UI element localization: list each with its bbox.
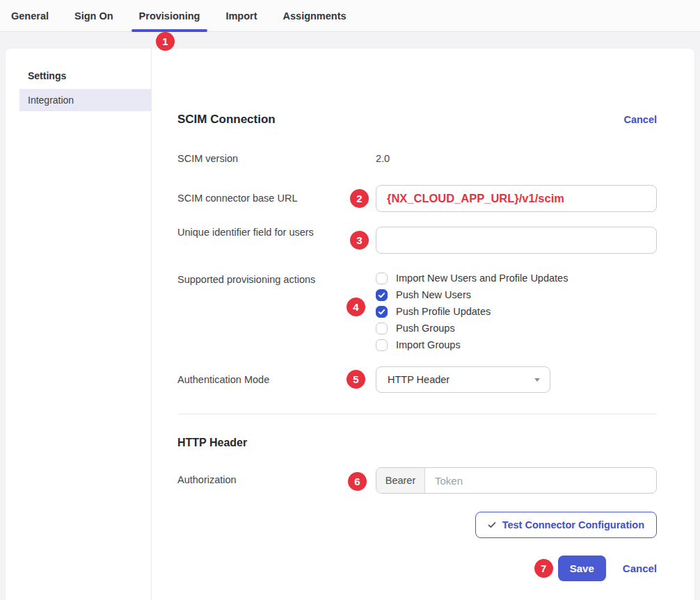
http-header-section-title: HTTP Header <box>177 437 657 449</box>
authorization-input-group: Bearer <box>376 467 657 494</box>
checkbox-import-new-users[interactable]: Import New Users and Profile Updates <box>376 273 657 284</box>
test-connector-label: Test Connector Configuration <box>502 519 644 530</box>
save-button[interactable]: Save <box>558 556 606 581</box>
unique-id-row: Unique identifier field for users 3 <box>177 227 657 254</box>
scim-connection-panel: SCIM Connection Cancel SCIM version 2.0 … <box>152 49 694 600</box>
checkbox-label: Import New Users and Profile Updates <box>396 273 568 284</box>
cancel-link-top[interactable]: Cancel <box>623 114 657 125</box>
checkbox-label: Push New Users <box>396 289 471 301</box>
step-badge-1: 1 <box>156 32 175 51</box>
test-connector-row: Test Connector Configuration <box>177 512 657 538</box>
provisioning-card: Settings Integration SCIM Connection Can… <box>6 49 694 600</box>
cancel-link-bottom[interactable]: Cancel <box>623 562 657 574</box>
checkbox-box[interactable] <box>376 289 388 301</box>
checkbox-box[interactable] <box>376 306 388 318</box>
sidebar-item-integration[interactable]: Integration <box>19 89 151 111</box>
step-badge-3: 3 <box>350 231 369 250</box>
unique-id-input[interactable] <box>376 227 657 254</box>
auth-mode-select[interactable]: HTTP Header <box>376 366 550 393</box>
test-connector-button[interactable]: Test Connector Configuration <box>475 512 657 538</box>
tab-general[interactable]: General <box>11 0 49 31</box>
tab-import[interactable]: Import <box>225 0 257 31</box>
authorization-row: Authorization 6 Bearer <box>177 467 657 494</box>
auth-mode-row: Authentication Mode 5 HTTP Header <box>177 366 657 393</box>
token-input[interactable] <box>425 468 656 493</box>
step-badge-4: 4 <box>347 298 365 316</box>
check-icon <box>488 521 496 529</box>
checkbox-label: Push Groups <box>396 323 455 334</box>
chevron-down-icon <box>534 378 540 382</box>
checkbox-push-groups[interactable]: Push Groups <box>376 323 657 334</box>
checkbox-label: Push Profile Updates <box>396 306 491 318</box>
app-tab-bar: General Sign On Provisioning Import Assi… <box>0 0 700 32</box>
checkbox-push-new-users[interactable]: Push New Users <box>376 289 657 301</box>
step-badge-2: 2 <box>350 189 369 208</box>
tab-sign-on[interactable]: Sign On <box>74 0 113 31</box>
provisioning-actions-row: Supported provisioning actions 4 Import … <box>177 273 657 351</box>
base-url-row: SCIM connector base URL 2 <box>177 185 657 212</box>
checkbox-import-groups[interactable]: Import Groups <box>376 339 657 351</box>
checkbox-box[interactable] <box>376 323 388 334</box>
unique-id-label: Unique identifier field for users <box>177 227 376 238</box>
step-badge-6: 6 <box>348 472 367 491</box>
checkbox-box[interactable] <box>376 339 388 351</box>
page-title: SCIM Connection <box>177 113 276 127</box>
step-badge-5: 5 <box>347 370 365 389</box>
tab-provisioning[interactable]: Provisioning <box>139 0 200 31</box>
base-url-input[interactable] <box>376 185 657 212</box>
scim-version-row: SCIM version 2.0 <box>177 153 657 164</box>
check-icon <box>378 308 385 316</box>
step-badge-7: 7 <box>534 559 553 578</box>
checkbox-box[interactable] <box>376 273 388 284</box>
auth-mode-selected-value: HTTP Header <box>388 374 450 385</box>
base-url-label: SCIM connector base URL <box>177 185 376 204</box>
checkbox-label: Import Groups <box>396 339 461 351</box>
scim-version-value: 2.0 <box>376 153 657 164</box>
sidebar-item-label: Integration <box>28 95 74 106</box>
scim-version-label: SCIM version <box>177 153 376 164</box>
provisioning-actions-label: Supported provisioning actions <box>177 273 376 285</box>
form-footer: 7 Save Cancel <box>177 556 657 581</box>
settings-sidebar: Settings Integration <box>6 49 152 600</box>
panel-header: SCIM Connection Cancel <box>177 113 657 127</box>
tab-assignments[interactable]: Assignments <box>283 0 347 31</box>
check-icon <box>378 291 385 299</box>
auth-mode-label: Authentication Mode <box>177 366 376 385</box>
bearer-prefix-label: Bearer <box>376 468 425 493</box>
checkbox-push-profile-updates[interactable]: Push Profile Updates <box>376 306 657 318</box>
authorization-label: Authorization <box>177 467 376 485</box>
sidebar-heading: Settings <box>28 70 151 81</box>
section-divider <box>177 414 657 414</box>
provisioning-actions-list: Import New Users and Profile Updates Pus… <box>376 273 657 351</box>
